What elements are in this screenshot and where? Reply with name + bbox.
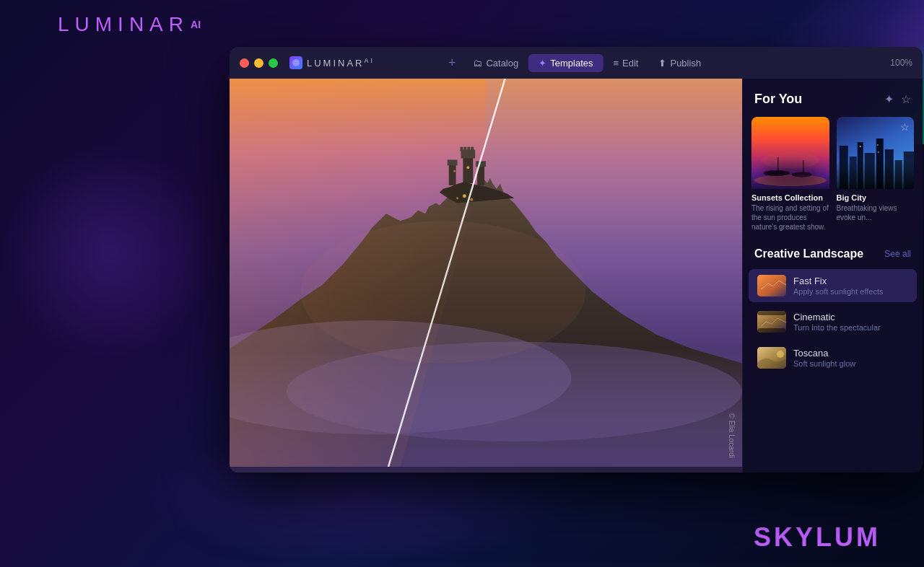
svg-rect-47 bbox=[757, 328, 786, 333]
content-area: © Elia Locardi For You ✦ ☆ bbox=[230, 79, 923, 472]
logo-area: LUMINARAI bbox=[58, 13, 201, 36]
svg-rect-38 bbox=[884, 149, 893, 189]
svg-point-27 bbox=[764, 170, 790, 176]
template-cinematic-sub: Turn into the spectacular bbox=[793, 323, 908, 332]
template-fastfix-info: Fast Fix Apply soft sunlight effects bbox=[793, 276, 908, 296]
svg-rect-36 bbox=[864, 153, 874, 189]
template-toscana-thumb bbox=[757, 347, 786, 369]
thumbnail-sunsets-name: Sunsets Collection bbox=[751, 193, 829, 202]
thumbnail-bigcity-desc: Breathtaking views evoke un... bbox=[837, 203, 915, 222]
template-fastfix-sub: Apply soft sunlight effects bbox=[793, 287, 908, 296]
window-controls bbox=[240, 58, 278, 68]
template-cinematic[interactable]: Cinematic Turn into the spectacular bbox=[749, 305, 917, 338]
thumbnail-sunsets-image bbox=[751, 117, 829, 189]
thumbnail-sunsets-desc: The rising and setting of the sun produc… bbox=[751, 203, 829, 232]
svg-point-0 bbox=[292, 59, 300, 66]
nav-publish[interactable]: ⬆ Publish bbox=[648, 54, 711, 72]
maximize-button[interactable] bbox=[269, 58, 278, 68]
app-logo-icon bbox=[289, 56, 302, 69]
logo-ai-super: AI bbox=[191, 19, 201, 30]
minimize-button[interactable] bbox=[254, 58, 263, 68]
nav-catalog[interactable]: 🗂 Catalog bbox=[463, 54, 528, 72]
star-badge-icon[interactable]: ☆ bbox=[900, 121, 910, 133]
star-outline-icon[interactable]: ☆ bbox=[901, 92, 911, 106]
svg-point-49 bbox=[777, 351, 784, 358]
publish-icon: ⬆ bbox=[658, 58, 666, 69]
nav-edit[interactable]: ≡ Edit bbox=[603, 54, 648, 72]
magic-icon[interactable]: ✦ bbox=[884, 92, 894, 106]
template-cinematic-info: Cinematic Turn into the spectacular bbox=[793, 312, 908, 332]
svg-rect-41 bbox=[859, 146, 860, 147]
template-fastfix[interactable]: Fast Fix Apply soft sunlight effects bbox=[749, 269, 917, 302]
svg-rect-34 bbox=[849, 157, 856, 189]
thumbnail-bigcity[interactable]: ☆ bbox=[837, 117, 915, 232]
panel-header: For You ✦ ☆ bbox=[743, 79, 923, 117]
photo-canvas: © Elia Locardi bbox=[230, 79, 742, 472]
template-cinematic-name: Cinematic bbox=[793, 312, 908, 322]
template-fastfix-thumb bbox=[757, 275, 786, 296]
catalog-icon: 🗂 bbox=[473, 58, 482, 69]
svg-rect-35 bbox=[857, 142, 863, 189]
zoom-label: 100% bbox=[890, 58, 912, 68]
template-toscana[interactable]: Toscana Soft sunlight glow bbox=[749, 341, 917, 374]
photo-watermark: © Elia Locardi bbox=[728, 413, 736, 458]
template-toscana-sub: Soft sunlight glow bbox=[793, 359, 908, 368]
app-logo-name: LUMINARAI bbox=[307, 57, 375, 69]
for-you-grid: Sunsets Collection The rising and settin… bbox=[743, 117, 923, 242]
section-landscape-title: Creative Landscape bbox=[754, 247, 863, 260]
svg-rect-42 bbox=[876, 144, 878, 146]
svg-rect-46 bbox=[757, 311, 786, 315]
app-logo: LUMINARAI bbox=[289, 56, 375, 69]
svg-point-28 bbox=[792, 172, 812, 177]
svg-rect-40 bbox=[903, 151, 914, 189]
thumbnail-bigcity-name: Big City bbox=[837, 193, 915, 202]
svg-rect-33 bbox=[839, 146, 847, 189]
close-button[interactable] bbox=[240, 58, 249, 68]
templates-icon: ✦ bbox=[539, 58, 546, 69]
svg-point-31 bbox=[762, 151, 819, 169]
see-all-button[interactable]: See all bbox=[884, 249, 911, 259]
template-cinematic-thumb bbox=[757, 311, 786, 333]
nav-templates[interactable]: ✦ Templates bbox=[528, 54, 603, 72]
template-toscana-info: Toscana Soft sunlight glow bbox=[793, 348, 908, 368]
template-fastfix-name: Fast Fix bbox=[793, 276, 908, 286]
skylum-brand: SKYLUM bbox=[754, 522, 881, 553]
template-toscana-name: Toscana bbox=[793, 348, 908, 359]
right-panel: For You ✦ ☆ bbox=[742, 79, 923, 472]
thumbnail-sunsets[interactable]: Sunsets Collection The rising and settin… bbox=[751, 117, 829, 232]
add-button[interactable]: + bbox=[441, 56, 463, 71]
app-window: LUMINARAI + 🗂 Catalog ✦ Templates ≡ Edit… bbox=[230, 47, 923, 472]
logo-text: LUMINAR bbox=[58, 13, 189, 36]
castle-svg bbox=[230, 79, 742, 467]
nav-bar: + 🗂 Catalog ✦ Templates ≡ Edit ⬆ Publish bbox=[441, 54, 711, 72]
svg-rect-43 bbox=[877, 151, 879, 153]
edit-icon: ≡ bbox=[613, 58, 619, 69]
svg-rect-39 bbox=[894, 160, 902, 189]
bg-blob-left bbox=[0, 144, 217, 361]
section-landscape-header: Creative Landscape See all bbox=[743, 242, 923, 268]
title-bar: LUMINARAI + 🗂 Catalog ✦ Templates ≡ Edit… bbox=[230, 47, 923, 79]
panel-icons: ✦ ☆ bbox=[884, 92, 911, 106]
svg-point-24 bbox=[301, 221, 585, 363]
svg-point-26 bbox=[754, 175, 827, 186]
panel-for-you-title: For You bbox=[754, 92, 802, 107]
svg-rect-37 bbox=[876, 139, 883, 189]
